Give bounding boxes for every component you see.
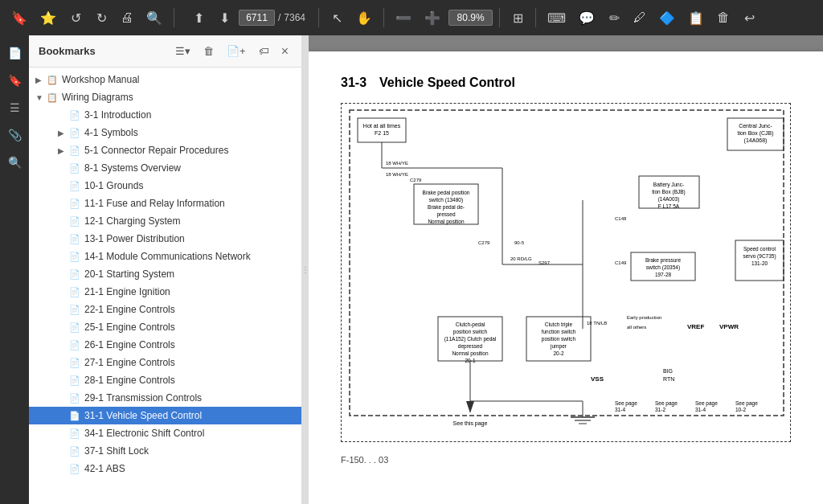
comment-btn[interactable]: 💬 <box>574 6 600 29</box>
sidebar-item-label: 14-1 Module Communications Network <box>84 251 295 262</box>
sidebar-item-27-1-engine[interactable]: 📄 27-1 Engine Controls <box>29 354 301 371</box>
svg-text:18 WH/YE: 18 WH/YE <box>386 172 408 177</box>
keyboard-btn[interactable]: ⌨ <box>543 6 571 29</box>
prev-page-btn[interactable]: ⬆ <box>187 6 210 29</box>
back-history-btn[interactable]: ↺ <box>64 6 87 29</box>
svg-text:Brake pedal de-: Brake pedal de- <box>428 204 465 211</box>
divider-4 <box>499 8 500 27</box>
cursor-btn[interactable]: ↖ <box>326 6 348 29</box>
pdf-footer-text: F-150. . . 03 <box>341 455 388 465</box>
favorite-btn[interactable]: ⭐ <box>35 6 61 29</box>
page-icon: 📄 <box>69 110 80 121</box>
svg-text:31-4: 31-4 <box>615 407 625 412</box>
page-icon: 📄 <box>69 446 80 457</box>
sidebar-item-label: Wiring Diagrams <box>62 92 295 103</box>
next-page-btn[interactable]: ⬇ <box>213 6 235 29</box>
sidebar-item-label: 5-1 Connector Repair Procedures <box>84 145 295 156</box>
sidebar-item-20-1-starting[interactable]: 📄 20-1 Starting System <box>29 265 301 283</box>
zoom-input[interactable] <box>448 10 493 26</box>
hand-btn[interactable]: ✋ <box>351 6 377 29</box>
svg-marker-51 <box>466 401 474 413</box>
panel-attach-btn[interactable]: 📎 <box>3 124 27 146</box>
search-btn[interactable]: 🔍 <box>141 6 167 29</box>
panel-layers-btn[interactable]: ☰ <box>3 96 26 119</box>
svg-text:F2 15: F2 15 <box>375 130 389 136</box>
zoom-out-btn[interactable]: ➖ <box>391 6 416 29</box>
svg-text:servo (9C735): servo (9C735) <box>743 253 776 260</box>
page-icon: 📄 <box>69 252 80 262</box>
arrow-icon: ▼ <box>35 93 47 102</box>
svg-text:31-2: 31-2 <box>655 407 665 412</box>
fit-btn[interactable]: ⊞ <box>506 6 529 29</box>
sidebar-item-10-1-grounds[interactable]: 📄 10-1 Grounds <box>29 177 301 195</box>
sidebar-item-4-1-symbols[interactable]: ▶ 📄 4-1 Symbols <box>29 124 301 141</box>
page-icon: 📄 <box>69 234 80 244</box>
svg-text:switch (20354): switch (20354) <box>646 264 680 271</box>
sidebar-item-label: 8-1 Systems Overview <box>84 162 295 174</box>
sidebar-item-37-1-shift[interactable]: 📄 37-1 Shift Lock <box>29 442 301 460</box>
svg-text:tion Box (CJB): tion Box (CJB) <box>737 130 773 137</box>
print-btn[interactable]: 🖨 <box>116 6 138 29</box>
sidebar-new-btn[interactable]: 📄+ <box>221 42 252 60</box>
sidebar-item-label: 29-1 Transmission Controls <box>84 392 295 404</box>
panel-search-btn[interactable]: 🔍 <box>3 151 27 174</box>
eraser-btn[interactable]: 🗑 <box>712 6 735 29</box>
sidebar-item-13-1-power[interactable]: 📄 13-1 Power Distribution <box>29 230 301 248</box>
svg-text:position switch: position switch <box>453 329 488 335</box>
undo-btn[interactable]: ↩ <box>738 6 760 29</box>
sidebar-menu-btn[interactable]: ☰▾ <box>170 42 196 60</box>
sidebar-item-22-1-engine[interactable]: 📄 22-1 Engine Controls <box>29 301 301 318</box>
forward-history-btn[interactable]: ↻ <box>90 6 113 29</box>
sidebar-item-28-1-engine[interactable]: 📄 28-1 Engine Controls <box>29 371 301 389</box>
svg-text:197-28: 197-28 <box>655 272 672 277</box>
sidebar-item-3-1-intro[interactable]: 📄 3-1 Introduction <box>29 106 301 124</box>
svg-text:20 RD/LG: 20 RD/LG <box>510 256 532 261</box>
sidebar-item-11-1-fuse[interactable]: 📄 11-1 Fuse and Relay Information <box>29 195 301 212</box>
page-icon: 📄 <box>69 145 80 156</box>
sidebar-tag-btn[interactable]: 🏷 <box>253 42 275 60</box>
sidebar-item-26-1-engine[interactable]: 📄 26-1 Engine Controls <box>29 336 301 354</box>
pen-btn[interactable]: 🖊 <box>629 6 651 29</box>
svg-text:all others: all others <box>627 325 646 330</box>
shapes-btn[interactable]: 🔷 <box>654 6 680 29</box>
divider-3 <box>383 8 384 27</box>
zoom-in-btn[interactable]: ➕ <box>420 6 445 29</box>
divider-2 <box>318 8 319 27</box>
panel-bookmarks-btn[interactable]: 🔖 <box>3 69 27 92</box>
sidebar-item-workshop-manual[interactable]: ▶ 📋 Workshop Manual <box>29 71 301 88</box>
svg-text:Central Junc-: Central Junc- <box>739 123 772 129</box>
page-icon: 📄 <box>69 464 80 474</box>
sidebar-item-label: 27-1 Engine Controls <box>84 357 295 368</box>
svg-text:tion Box (BJB): tion Box (BJB) <box>652 189 686 195</box>
sidebar-item-14-1-module[interactable]: 📄 14-1 Module Communications Network <box>29 248 301 265</box>
svg-text:(11A152) Clutch pedal: (11A152) Clutch pedal <box>444 336 497 342</box>
sidebar-item-21-1-engine-ignition[interactable]: 📄 21-1 Engine Ignition <box>29 283 301 301</box>
sidebar-item-12-1-charging[interactable]: 📄 12-1 Charging System <box>29 212 301 230</box>
page-total: 7364 <box>284 12 305 23</box>
sidebar-delete-btn[interactable]: 🗑 <box>198 42 219 60</box>
sidebar-item-8-1-systems[interactable]: 📄 8-1 Systems Overview <box>29 159 301 177</box>
sidebar-item-42-1-abs[interactable]: 📄 42-1 ABS <box>29 460 301 477</box>
page-icon: 📄 <box>69 287 80 297</box>
sidebar-close-btn[interactable]: × <box>278 42 292 60</box>
panel-pages-btn[interactable]: 📄 <box>3 42 27 64</box>
bookmarks-sidebar: Bookmarks ☰▾ 🗑 📄+ 🏷 × ▶ 📋 Workshop Manua… <box>29 35 302 504</box>
pdf-viewer[interactable]: 31-3 Vehicle Speed Control Hot at all ti… <box>309 35 823 504</box>
sidebar-item-25-1-engine[interactable]: 📄 25-1 Engine Controls <box>29 318 301 336</box>
page-input[interactable] <box>239 10 275 26</box>
svg-text:Normal position: Normal position <box>428 219 465 225</box>
stamp-btn[interactable]: 📋 <box>683 6 709 29</box>
svg-text:C279: C279 <box>410 178 422 182</box>
highlight-btn[interactable]: ✏ <box>603 6 625 29</box>
sidebar-header: Bookmarks ☰▾ 🗑 📄+ 🏷 × <box>29 35 301 68</box>
sidebar-item-34-1-electronic[interactable]: 📄 34-1 Electronic Shift Control <box>29 424 301 442</box>
sidebar-item-29-1-transmission[interactable]: 📄 29-1 Transmission Controls <box>29 389 301 407</box>
svg-text:C148: C148 <box>615 216 627 221</box>
resize-handle[interactable]: ⋮ <box>302 35 309 504</box>
sidebar-item-5-1-connector[interactable]: ▶ 📄 5-1 Connector Repair Procedures <box>29 141 301 159</box>
sidebar-item-wiring-diagrams[interactable]: ▼ 📋 Wiring Diagrams <box>29 88 301 106</box>
sidebar-header-actions: ☰▾ 🗑 📄+ 🏷 × <box>170 42 292 60</box>
bookmark-btn[interactable]: 🔖 <box>6 6 32 29</box>
svg-text:See this page: See this page <box>453 420 488 427</box>
sidebar-item-31-1-vehicle-speed[interactable]: 📄 31-1 Vehicle Speed Control <box>29 407 301 424</box>
